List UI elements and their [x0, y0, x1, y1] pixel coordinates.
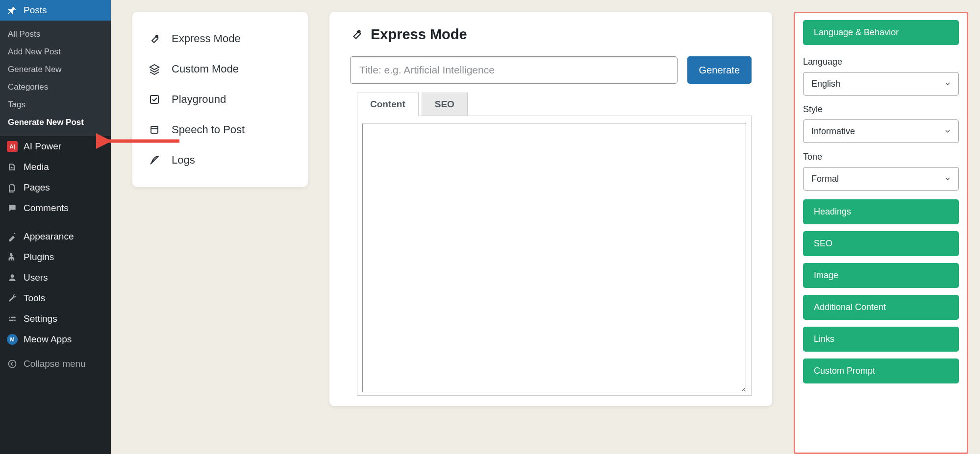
express-mode-title-row: Express Mode: [350, 26, 752, 43]
plugins-icon: [7, 252, 18, 263]
sidebar-item-media[interactable]: Media: [0, 157, 111, 177]
tab-seo[interactable]: SEO: [422, 93, 468, 116]
sidebar-users-label: Users: [24, 272, 48, 283]
tone-label: Tone: [803, 152, 959, 162]
chevron-down-icon: [944, 80, 952, 88]
sidebar-item-settings[interactable]: Settings: [0, 309, 111, 329]
wrench-icon: [350, 28, 364, 42]
sidebar-settings-label: Settings: [24, 313, 57, 324]
sidebar-sub-add-new-post[interactable]: Add New Post: [0, 43, 111, 61]
checkbox-icon: [148, 93, 161, 106]
sidebar-item-meow-apps[interactable]: M Meow Apps: [0, 329, 111, 350]
mode-custom[interactable]: Custom Mode: [132, 54, 308, 84]
pin-icon: [7, 5, 18, 16]
mode-express-label: Express Mode: [172, 32, 241, 45]
sidebar-sub-all-posts[interactable]: All Posts: [0, 25, 111, 43]
tab-content[interactable]: Content: [357, 93, 419, 116]
tools-icon: [7, 293, 18, 304]
sidebar-media-label: Media: [24, 162, 49, 172]
sidebar-pages-label: Pages: [24, 182, 50, 193]
language-select-value: English: [811, 79, 840, 89]
meow-icon: M: [7, 334, 18, 345]
mode-logs[interactable]: Logs: [132, 145, 308, 175]
sidebar-sub-categories[interactable]: Categories: [0, 78, 111, 96]
language-label: Language: [803, 57, 959, 67]
express-mode-title: Express Mode: [371, 26, 467, 43]
sidebar-plugins-label: Plugins: [24, 252, 54, 263]
sidebar-item-comments[interactable]: Comments: [0, 198, 111, 218]
sidebar-posts-label: Posts: [24, 5, 47, 16]
mode-custom-label: Custom Mode: [172, 63, 239, 75]
collapse-icon: [7, 358, 18, 369]
sidebar-collapse-menu[interactable]: Collapse menu: [0, 354, 111, 374]
sidebar-item-pages[interactable]: Pages: [0, 177, 111, 198]
comments-icon: [7, 203, 18, 214]
svg-rect-2: [151, 96, 158, 103]
sidebar-collapse-label: Collapse menu: [24, 358, 86, 369]
sidebar-aipower-label: AI Power: [24, 141, 61, 152]
sidebar-sub-generate-new-post[interactable]: Generate New Post: [0, 114, 111, 131]
sidebar-item-users[interactable]: Users: [0, 267, 111, 288]
mode-playground-label: Playground: [172, 93, 226, 106]
style-label: Style: [803, 104, 959, 115]
sidebar-tools-label: Tools: [24, 293, 45, 304]
pages-icon: [7, 182, 18, 193]
language-select[interactable]: English: [803, 72, 959, 96]
section-headings[interactable]: Headings: [803, 199, 959, 224]
sidebar-item-tools[interactable]: Tools: [0, 288, 111, 309]
sidebar-comments-label: Comments: [24, 203, 69, 214]
sidebar-meow-label: Meow Apps: [24, 334, 72, 345]
tone-select-value: Formal: [811, 174, 839, 184]
sidebar-sub-tags[interactable]: Tags: [0, 96, 111, 114]
speech-icon: [148, 123, 161, 136]
chevron-down-icon: [944, 127, 952, 135]
express-mode-card: Express Mode Generate Content SEO: [329, 12, 772, 406]
editor-tabs: Content SEO: [357, 93, 752, 116]
sidebar-posts-submenu: All Posts Add New Post Generate New Cate…: [0, 21, 111, 136]
users-icon: [7, 272, 18, 283]
content-area: Express Mode Custom Mode Playground Spee…: [111, 0, 980, 454]
mode-speech-label: Speech to Post: [172, 123, 245, 136]
layers-icon: [148, 63, 161, 75]
sidebar-posts-header[interactable]: Posts: [0, 0, 111, 21]
svg-point-0: [9, 360, 16, 368]
title-input[interactable]: [350, 56, 678, 84]
section-custom-prompt[interactable]: Custom Prompt: [803, 358, 959, 383]
mode-list-card: Express Mode Custom Mode Playground Spee…: [132, 12, 308, 187]
aipower-icon: A|: [7, 141, 18, 152]
chevron-down-icon: [944, 175, 952, 183]
sidebar-item-aipower[interactable]: A| AI Power: [0, 136, 111, 157]
sidebar-sub-generate-new[interactable]: Generate New: [0, 61, 111, 78]
section-links[interactable]: Links: [803, 327, 959, 352]
mode-speech[interactable]: Speech to Post: [132, 115, 308, 145]
section-seo[interactable]: SEO: [803, 231, 959, 256]
style-select-value: Informative: [811, 126, 855, 137]
settings-icon: [7, 313, 18, 324]
media-icon: [7, 162, 18, 172]
mode-express[interactable]: Express Mode: [132, 24, 308, 54]
wp-admin-sidebar: Posts All Posts Add New Post Generate Ne…: [0, 0, 111, 454]
sidebar-appearance-label: Appearance: [24, 231, 74, 242]
svg-rect-3: [151, 126, 158, 133]
section-image[interactable]: Image: [803, 263, 959, 288]
sidebar-item-appearance[interactable]: Appearance: [0, 226, 111, 247]
feather-icon: [148, 154, 161, 167]
section-additional-content[interactable]: Additional Content: [803, 295, 959, 320]
appearance-icon: [7, 231, 18, 242]
style-select[interactable]: Informative: [803, 119, 959, 143]
settings-panel: Language & Behavior Language English Sty…: [794, 12, 968, 454]
mode-playground[interactable]: Playground: [132, 84, 308, 115]
tone-select[interactable]: Formal: [803, 167, 959, 191]
sidebar-item-plugins[interactable]: Plugins: [0, 247, 111, 267]
generate-button[interactable]: Generate: [687, 56, 752, 84]
section-language-behavior[interactable]: Language & Behavior: [803, 20, 959, 45]
mode-logs-label: Logs: [172, 154, 195, 167]
wrench-icon: [148, 32, 161, 45]
editor-wrap: [357, 116, 752, 396]
content-editor[interactable]: [362, 123, 746, 392]
